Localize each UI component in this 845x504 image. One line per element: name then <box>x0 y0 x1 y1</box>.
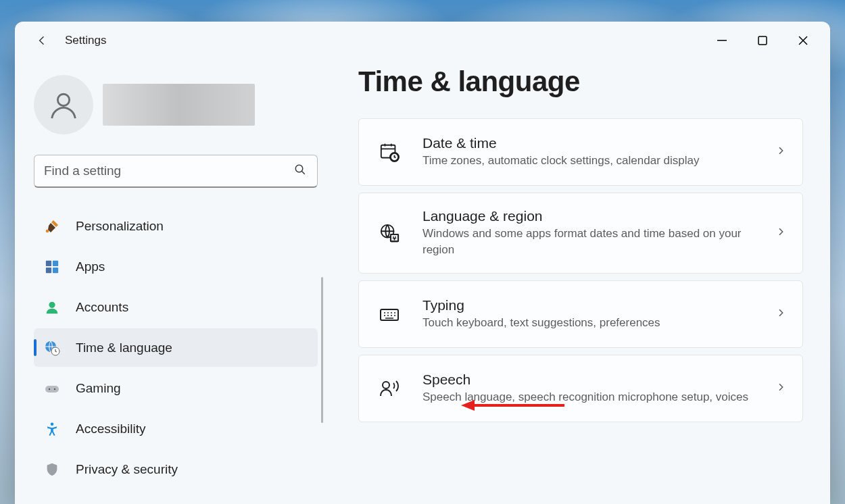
svg-rect-1 <box>758 36 767 45</box>
close-button[interactable] <box>783 22 823 59</box>
chevron-right-icon <box>775 226 786 240</box>
svg-rect-6 <box>53 260 58 266</box>
person-icon <box>43 299 61 316</box>
titlebar: Settings <box>15 22 830 59</box>
paintbrush-icon <box>43 218 61 235</box>
gamepad-icon <box>43 380 61 397</box>
speech-icon <box>378 378 401 399</box>
maximize-button[interactable] <box>742 22 783 59</box>
nav-list: Personalization Apps Accounts <box>34 207 318 490</box>
chevron-right-icon <box>775 382 786 395</box>
search-icon <box>294 163 306 178</box>
sidebar-item-gaming[interactable]: Gaming <box>34 369 318 407</box>
page-title: Time & language <box>358 66 803 98</box>
sidebar-item-label: Apps <box>76 259 105 274</box>
calendar-clock-icon <box>378 142 401 162</box>
svg-point-3 <box>295 165 303 172</box>
sidebar-item-personalization[interactable]: Personalization <box>34 207 318 245</box>
card-speech[interactable]: Speech Speech language, speech recogniti… <box>358 355 803 422</box>
card-desc: Time zones, automatic clock settings, ca… <box>422 153 748 169</box>
sidebar-item-label: Gaming <box>76 381 121 396</box>
nav-scrollbar[interactable] <box>321 277 323 423</box>
svg-rect-7 <box>46 267 51 272</box>
card-desc: Windows and some apps format dates and t… <box>422 226 748 258</box>
sidebar-item-accessibility[interactable]: Accessibility <box>34 409 318 448</box>
app-title: Settings <box>65 34 106 47</box>
chevron-right-icon <box>775 145 786 159</box>
svg-point-13 <box>49 388 50 389</box>
svg-rect-8 <box>53 267 58 272</box>
svg-point-14 <box>54 388 55 389</box>
svg-rect-5 <box>46 260 51 266</box>
sidebar-item-label: Personalization <box>76 219 164 234</box>
card-date-time[interactable]: Date & time Time zones, automatic clock … <box>358 118 803 186</box>
svg-point-23 <box>383 382 389 388</box>
keyboard-icon <box>378 303 401 325</box>
sidebar-item-label: Privacy & security <box>76 462 178 477</box>
sidebar-item-label: Time & language <box>76 341 172 355</box>
svg-point-2 <box>57 94 69 105</box>
card-title: Date & time <box>422 135 748 151</box>
search-input[interactable] <box>44 163 283 178</box>
card-typing[interactable]: Typing Touch keyboard, text suggestions,… <box>358 280 803 348</box>
svg-point-9 <box>49 301 55 307</box>
card-title: Language & region <box>422 208 748 224</box>
search-box[interactable] <box>34 155 318 188</box>
svg-rect-0 <box>717 40 727 41</box>
shield-icon <box>43 461 61 478</box>
settings-window: Settings <box>15 22 830 504</box>
back-button[interactable] <box>31 30 53 51</box>
user-name-placeholder <box>103 84 255 126</box>
accessibility-icon <box>43 420 61 438</box>
sidebar: Personalization Apps Accounts <box>15 59 333 504</box>
profile-block <box>34 75 318 134</box>
chevron-right-icon <box>775 307 786 321</box>
sidebar-item-time-language[interactable]: Time & language <box>34 328 318 367</box>
sidebar-item-label: Accessibility <box>76 422 145 436</box>
minimize-button[interactable] <box>702 22 742 59</box>
sidebar-item-privacy-security[interactable]: Privacy & security <box>34 450 318 488</box>
avatar[interactable] <box>34 75 93 134</box>
globe-clock-icon <box>43 339 61 357</box>
card-desc: Touch keyboard, text suggestions, prefer… <box>422 315 748 331</box>
card-title: Typing <box>422 297 748 313</box>
apps-icon <box>43 258 61 276</box>
card-title: Speech <box>422 372 748 388</box>
sidebar-item-label: Accounts <box>76 300 128 315</box>
sidebar-item-accounts[interactable]: Accounts <box>34 288 318 326</box>
card-desc: Speech language, speech recognition micr… <box>422 389 748 405</box>
globe-language-icon <box>378 223 401 243</box>
svg-point-4 <box>46 229 49 232</box>
sidebar-item-apps[interactable]: Apps <box>34 247 318 286</box>
svg-rect-12 <box>45 386 59 393</box>
card-language-region[interactable]: Language & region Windows and some apps … <box>358 193 803 274</box>
svg-point-15 <box>51 422 54 426</box>
main-content: Time & language Date & time Time zones, … <box>333 59 830 504</box>
